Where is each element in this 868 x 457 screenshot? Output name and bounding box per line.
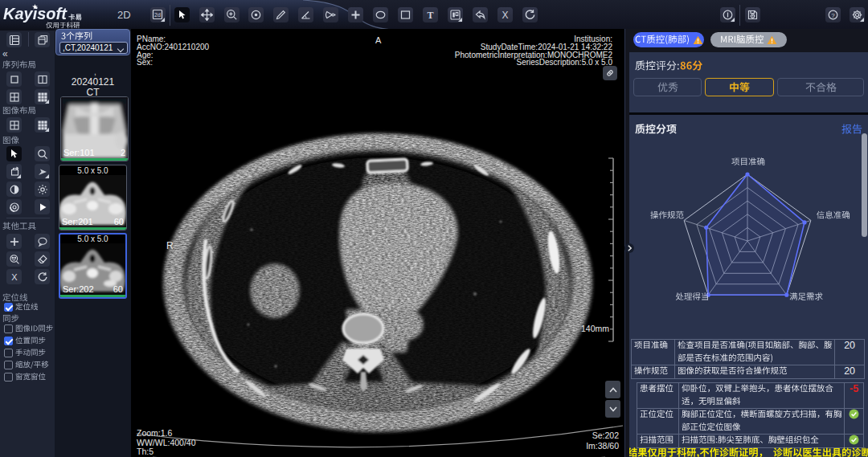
svg-text:T: T [427,10,433,21]
svg-text:X: X [502,10,508,21]
svg-text:2d: 2d [154,12,161,18]
svg-text:X: X [11,272,18,282]
svg-text:?: ? [831,12,835,19]
